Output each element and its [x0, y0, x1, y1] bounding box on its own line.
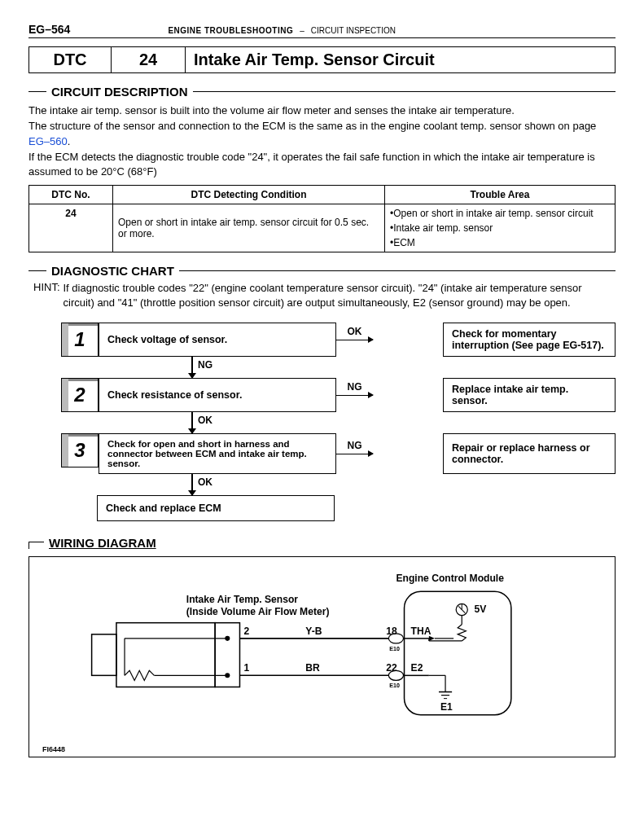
dtc-area: •Open or short in intake air temp. senso… — [385, 204, 616, 252]
dtc-title-box: DTC 24 Intake Air Temp. Sensor Circuit — [28, 46, 616, 73]
sensor-label-1: Intake Air Temp. Sensor — [186, 594, 299, 605]
connector-v-3: OK — [191, 474, 193, 495]
ecm-label: Engine Control Module — [396, 573, 504, 584]
svg-text:E2: E2 — [411, 662, 423, 674]
section-diagnostic-chart: DIAGNOSTIC CHART — [28, 264, 616, 278]
step-result-1: Check for momentary interruption (See pa… — [443, 323, 616, 357]
flow-final: Check and replace ECM — [97, 495, 335, 521]
page-link[interactable]: EG–560 — [28, 135, 68, 147]
svg-marker-32 — [429, 635, 435, 640]
dtc-header-cond: DTC Detecting Condition — [113, 186, 385, 204]
flow-step-2: 2 Check resistance of sensor. NG Replace… — [61, 378, 616, 412]
svg-text:1: 1 — [244, 662, 250, 674]
title-dtc: DTC — [29, 47, 112, 72]
step-main-3: Check for open and short in harness and … — [99, 433, 336, 474]
svg-rect-0 — [405, 591, 511, 715]
hint-label: HINT: — [33, 281, 60, 310]
step-number-1: 1 — [61, 323, 99, 357]
step-result-3: Repair or replace harness or connector. — [443, 433, 616, 474]
dtc-header-no: DTC No. — [29, 186, 113, 204]
svg-point-7 — [225, 635, 230, 640]
svg-point-8 — [225, 673, 230, 678]
svg-text:5V: 5V — [474, 603, 486, 614]
dtc-header-area: Trouble Area — [385, 186, 616, 204]
svg-text:E10: E10 — [389, 683, 400, 688]
svg-text:22: 22 — [386, 662, 397, 674]
step-main-2: Check resistance of sensor. — [99, 378, 336, 412]
connector-v-2: OK — [191, 412, 193, 433]
step-result-2: Replace intake air temp. sensor. — [443, 378, 616, 412]
connector-h-1: OK — [336, 323, 373, 357]
dtc-no: 24 — [29, 204, 113, 252]
svg-text:BR: BR — [305, 662, 320, 674]
hint: HINT: If diagnostic trouble codes "22" (… — [28, 281, 616, 310]
hint-text: If diagnostic trouble codes "22" (engine… — [64, 281, 616, 310]
connector-h-2: NG — [336, 378, 373, 412]
step-number-3: 3 — [61, 433, 99, 467]
step-main-1: Check voltage of sensor. — [99, 323, 336, 357]
header-subsection: CIRCUIT INSPECTION — [311, 26, 396, 35]
circuit-description-text: The intake air temp. sensor is built int… — [28, 103, 616, 180]
wiring-diagram-box: Engine Control Module Intake Air Temp. S… — [28, 556, 616, 757]
svg-text:E10: E10 — [389, 646, 400, 652]
dtc-cond: Open or short in intake air temp. sensor… — [113, 204, 385, 252]
dtc-table: DTC No. DTC Detecting Condition Trouble … — [28, 185, 616, 252]
flow-step-1: 1 Check voltage of sensor. OK Check for … — [61, 323, 616, 357]
header-dash: – — [300, 26, 304, 35]
wiring-diagram-svg: Engine Control Module Intake Air Temp. S… — [42, 568, 602, 741]
svg-text:THA: THA — [411, 625, 432, 636]
diagnostic-flow: 1 Check voltage of sensor. OK Check for … — [28, 323, 616, 521]
section-circuit-description: CIRCUIT DESCRIPTION — [28, 85, 616, 99]
section-wiring-diagram: WIRING DIAGRAM — [28, 536, 616, 550]
svg-rect-1 — [116, 622, 215, 687]
title-label: Intake Air Temp. Sensor Circuit — [186, 47, 615, 72]
connector-h-3: NG — [336, 433, 373, 474]
svg-text:Y-B: Y-B — [305, 625, 322, 636]
header-section: ENGINE TROUBLESHOOTING — [168, 26, 293, 35]
svg-text:2: 2 — [244, 625, 250, 636]
title-code: 24 — [112, 47, 186, 72]
flow-step-3: 3 Check for open and short in harness an… — [61, 433, 616, 474]
figure-id: FI6448 — [42, 745, 602, 753]
svg-text:E1: E1 — [440, 700, 453, 712]
svg-rect-2 — [92, 634, 116, 675]
connector-v-1: NG — [191, 357, 193, 378]
step-number-2: 2 — [61, 378, 99, 412]
svg-text:18: 18 — [386, 625, 397, 636]
page-code: EG–564 — [28, 23, 70, 36]
page-header: EG–564 ENGINE TROUBLESHOOTING – CIRCUIT … — [28, 23, 616, 38]
sensor-label-2: (Inside Volume Air Flow Meter) — [186, 605, 330, 617]
